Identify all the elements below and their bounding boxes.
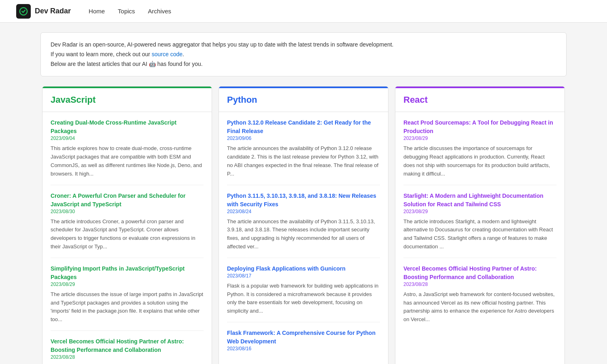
list-item: Creating Dual-Mode Cross-Runtime JavaScr… [51,112,204,185]
article-desc: The article discusses the issue of large… [51,290,204,324]
info-line3: Below are the latest articles that our A… [51,59,556,69]
article-desc: The article introduces Starlight, a mode… [403,218,556,251]
list-item: Deploying Flask Applications with Gunico… [227,258,380,322]
article-desc: The article discusses the importance of … [403,144,556,178]
article-date: 2023/08/29 [403,135,556,141]
article-title[interactable]: Flask Framework: A Comprehensive Course … [227,330,376,345]
article-desc: Flask is a popular web framework for bui… [227,282,380,315]
nav-archives[interactable]: Archives [143,5,176,17]
column-javascript: JavaScript Creating Dual-Mode Cross-Runt… [42,86,212,364]
article-desc: Astro, a JavaScript web framework for co… [403,290,556,324]
article-desc: The article introduces Croner, a powerfu… [51,218,204,251]
nav-topics[interactable]: Topics [113,5,140,17]
list-item: Starlight: A Modern and Lightweight Docu… [403,185,556,258]
article-title[interactable]: Vercel Becomes Official Hosting Partner … [403,265,537,280]
article-title[interactable]: Creating Dual-Mode Cross-Runtime JavaScr… [51,119,176,134]
list-item: Vercel Becomes Official Hosting Partner … [51,331,204,364]
list-item: Vercel Becomes Official Hosting Partner … [403,258,556,330]
article-date: 2023/08/30 [51,209,204,214]
info-box: Dev Radar is an open-source, AI-powered … [40,32,567,76]
article-title[interactable]: Vercel Becomes Official Hosting Partner … [51,338,184,353]
list-item: Simplifying Import Paths in JavaScript/T… [51,258,204,331]
source-code-link[interactable]: source code [152,51,183,57]
logo-area: Dev Radar [16,4,71,19]
site-title: Dev Radar [35,7,71,15]
list-item: Croner: A Powerful Cron Parser and Sched… [51,185,204,258]
info-line2: If you want to learn more, check out our… [51,50,556,59]
article-date: 2023/08/28 [403,281,556,287]
article-title[interactable]: Python 3.12.0 Release Candidate 2: Get R… [227,119,371,134]
article-desc: The article announces the availability o… [227,144,380,178]
article-date: 2023/08/29 [403,209,556,214]
article-title[interactable]: Croner: A Powerful Cron Parser and Sched… [51,193,185,207]
article-date: 2023/08/16 [227,346,380,351]
column-header-react: React [395,87,565,112]
logo-icon [16,4,31,19]
article-date: 2023/08/28 [51,354,204,360]
article-date: 2023/08/29 [51,281,204,287]
article-list-react: React Prod Sourcemaps: A Tool for Debugg… [395,112,565,330]
article-list-javascript: Creating Dual-Mode Cross-Runtime JavaScr… [42,112,212,364]
article-date: 2023/08/24 [227,209,380,214]
article-title[interactable]: Starlight: A Modern and Lightweight Docu… [403,193,543,207]
column-python: Python Python 3.12.0 Release Candidate 2… [219,86,388,364]
article-title[interactable]: Simplifying Import Paths in JavaScript/T… [51,265,185,280]
article-list-python: Python 3.12.0 Release Candidate 2: Get R… [219,112,388,361]
article-desc: This article explores how to create dual… [51,144,204,178]
list-item: Python 3.11.5, 3.10.13, 3.9.18, and 3.8.… [227,185,380,258]
info-line1: Dev Radar is an open-source, AI-powered … [51,40,556,50]
article-date: 2023/08/17 [227,273,380,279]
site-header: Dev Radar Home Topics Archives [0,0,607,23]
article-title[interactable]: React Prod Sourcemaps: A Tool for Debugg… [403,119,553,134]
column-header-javascript: JavaScript [42,87,212,112]
nav-home[interactable]: Home [84,5,110,17]
list-item: Python 3.12.0 Release Candidate 2: Get R… [227,112,380,185]
article-desc: The article announces the availability o… [227,218,380,251]
column-react: React React Prod Sourcemaps: A Tool for … [395,86,565,364]
article-title[interactable]: Python 3.11.5, 3.10.13, 3.9.18, and 3.8.… [227,193,376,207]
list-item: React Prod Sourcemaps: A Tool for Debugg… [403,112,556,185]
list-item: Flask Framework: A Comprehensive Course … [227,322,380,361]
article-date: 2023/09/04 [51,135,204,141]
article-title[interactable]: Deploying Flask Applications with Gunico… [227,265,346,272]
main-nav: Home Topics Archives [84,5,176,17]
article-date: 2023/09/06 [227,135,380,141]
columns-wrapper: JavaScript Creating Dual-Mode Cross-Runt… [40,86,567,364]
column-header-python: Python [219,87,388,112]
